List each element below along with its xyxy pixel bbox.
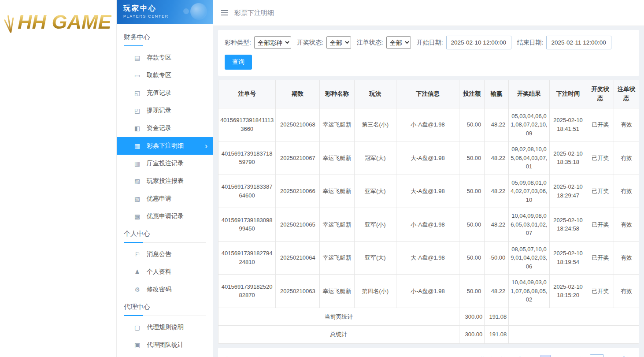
- summary-label: 当前页统计: [218, 308, 459, 326]
- sidebar-menu-item[interactable]: ▢ 代理规则说明 ›: [117, 319, 213, 336]
- end-date-input[interactable]: [546, 36, 611, 49]
- cell-bet-no: 401569173918411133660: [218, 108, 276, 141]
- cell-bet-info: 大-A盘@1.98: [396, 141, 459, 175]
- withdraw-icon: ▭: [133, 72, 141, 79]
- content-area: 彩种类型: 全部彩种 开奖状态: 全部 注单状态:: [213, 26, 644, 357]
- chevron-right-icon: ›: [205, 142, 207, 150]
- start-date-input[interactable]: [446, 36, 511, 49]
- sidebar-menu-item[interactable]: ▥ 厅室投注记录 ›: [117, 155, 213, 172]
- doc-icon: ▢: [133, 324, 141, 331]
- draw-status-label: 开奖状态:: [297, 39, 323, 47]
- summary-empty-cell: [509, 308, 639, 326]
- cell-draw-result: 05,09,08,01,04,02,07,03,06,10: [509, 175, 549, 208]
- menu-item-label: 代理团队统计: [147, 341, 207, 349]
- column-header: 期数: [276, 80, 320, 108]
- section-title-personal: 个人中心: [124, 230, 206, 243]
- cell-winloss: 48.22: [485, 141, 509, 175]
- bet-status-label: 注单状态:: [357, 39, 383, 47]
- cell-bet-amount: 50.00: [459, 275, 485, 308]
- cell-period: 20250210067: [276, 141, 320, 175]
- start-date-group: 开始日期:: [417, 36, 511, 49]
- cell-bet-no: 401569173918252082870: [218, 275, 276, 308]
- cell-bet-amount: 50.00: [459, 175, 485, 208]
- sidebar-menu-item[interactable]: ⚐ 消息公告 ›: [117, 245, 213, 263]
- sidebar-menu-item[interactable]: ▭ 取款专区 ›: [117, 67, 213, 84]
- summary-empty-cell: [509, 326, 639, 344]
- section-title-finance: 财务中心: [124, 33, 206, 46]
- column-header: 彩种名称: [320, 80, 354, 108]
- lottery-type-group: 彩种类型: 全部彩种: [225, 36, 291, 49]
- cell-draw-status: 已开奖: [587, 241, 614, 275]
- bet-status-select[interactable]: 全部: [386, 36, 411, 49]
- cell-period: 20250210065: [276, 208, 320, 242]
- summary-bet-amount: 300.00: [459, 326, 485, 344]
- page-jump-input[interactable]: [590, 354, 604, 357]
- menu-item-label: 代理规则说明: [147, 324, 207, 331]
- sidebar-header: 玩家中心 PLAYERS CENTER: [117, 0, 213, 24]
- column-header: 下注时间: [549, 80, 587, 108]
- cell-draw-status: 已开奖: [587, 175, 614, 208]
- column-header: 玩法: [354, 80, 396, 108]
- menu-item-label: 存款专区: [147, 54, 207, 62]
- summary-winloss: 191.08: [485, 326, 509, 344]
- bell-icon: ⚐: [133, 251, 141, 258]
- query-button[interactable]: 查询: [225, 55, 252, 70]
- draw-status-select[interactable]: 全部: [326, 36, 351, 49]
- screen: HH GAME 玩家中心 PLAYERS CENTER 财务中心 ▤ 存款专区 …: [0, 0, 644, 357]
- menu-item-label: 优惠申请: [147, 195, 207, 203]
- cell-bet-status: 有效: [614, 275, 639, 308]
- summary-body: 当前页统计 300.00 191.08 总统计 300.00 191.08: [218, 308, 639, 343]
- sidebar-nav: 财务中心 ▤ 存款专区 › ▭ 取款专区 ›: [117, 24, 213, 357]
- sidebar-menu-item[interactable]: ▩ 优惠申请记录 ›: [117, 208, 213, 225]
- cell-draw-result: 09,02,08,10,05,06,04,03,07,01: [509, 141, 549, 175]
- cell-draw-result: 10,04,09,03,01,07,06,08,05,02: [509, 275, 549, 308]
- cell-play-type: 亚军(大): [354, 241, 396, 275]
- menu-toggle-icon[interactable]: [221, 8, 228, 17]
- cell-play-type: 亚军(大): [354, 175, 396, 208]
- sidebar-menu-item[interactable]: ▣ 代理团队统计 ›: [117, 336, 213, 354]
- cell-bet-amount: 50.00: [459, 141, 485, 175]
- cell-bet-no: 401569173918338764600: [218, 175, 276, 208]
- cell-winloss: -50.00: [485, 241, 509, 275]
- cell-draw-result: 10,04,09,08,06,05,03,01,02,07: [509, 208, 549, 242]
- cell-draw-status: 已开奖: [587, 108, 614, 141]
- cell-draw-status: 已开奖: [587, 208, 614, 242]
- sidebar-menu-item[interactable]: ◧ 资金记录 ›: [117, 119, 213, 137]
- brand-logo[interactable]: HH GAME: [4, 11, 116, 33]
- cell-bet-no: 401569173918371859790: [218, 141, 276, 175]
- cell-winloss: 48.22: [485, 175, 509, 208]
- menu-list-personal: ⚐ 消息公告 › ♟ 个人资料 › ⚙ 修改密码 ›: [117, 245, 213, 298]
- cell-play-type: 第三名(小): [354, 108, 396, 141]
- menu-list-agent: ▢ 代理规则说明 › ▣ 代理团队统计 ›: [117, 319, 213, 354]
- cell-play-type: 第四名(小): [354, 275, 396, 308]
- summary-row: 当前页统计 300.00 191.08: [218, 308, 639, 326]
- lottery-type-select[interactable]: 全部彩种: [254, 36, 291, 49]
- funds-record-icon: ◧: [133, 125, 141, 132]
- sidebar-menu-item[interactable]: ⚙ 修改密码 ›: [117, 281, 213, 298]
- logo-text: HH GAME: [18, 11, 111, 33]
- sidebar-menu-item[interactable]: ▦ 彩票下注明细 ›: [117, 137, 213, 155]
- logo-pane: HH GAME: [0, 0, 116, 357]
- cell-period: 20250210066: [276, 175, 320, 208]
- table-body: 401569173918411133660 20250210068 幸运飞艇新 …: [218, 108, 639, 308]
- sidebar-menu-item[interactable]: ▤ 存款专区 ›: [117, 49, 213, 67]
- menu-item-label: 提现记录: [147, 107, 207, 115]
- cell-play-type: 冠军(大): [354, 141, 396, 175]
- cell-bet-status: 有效: [614, 241, 639, 275]
- sidebar-menu-item[interactable]: ♟ 个人资料 ›: [117, 263, 213, 281]
- sidebar-menu-item[interactable]: ◱ 充值记录 ›: [117, 84, 213, 102]
- cell-bet-no: 401569173918279424810: [218, 241, 276, 275]
- current-page-indicator[interactable]: 1: [540, 355, 551, 357]
- sidebar-menu-item[interactable]: ◰ 提现记录 ›: [117, 102, 213, 119]
- menu-item-label: 修改密码: [147, 286, 207, 294]
- cell-bet-status: 有效: [614, 175, 639, 208]
- cell-bet-amount: 50.00: [459, 241, 485, 275]
- pagination-bar: 每页显示20条 共6条 首页 上一页 1 下一页 第 页 跳转: [218, 348, 639, 357]
- table-header-row: 注单号期数彩种名称玩法下注信息投注额输赢开奖结果下注时间开奖状态注单状态: [218, 80, 639, 108]
- summary-winloss: 191.08: [485, 308, 509, 326]
- sidebar-menu-item[interactable]: ▨ 玩家投注报表 ›: [117, 172, 213, 190]
- cell-bet-no: 401569173918309899450: [218, 208, 276, 242]
- cell-bet-time: 2025-02-10 18:19:54: [549, 241, 587, 275]
- cell-lottery-name: 幸运飞艇新: [320, 108, 354, 141]
- sidebar-menu-item[interactable]: ▧ 优惠申请 ›: [117, 190, 213, 208]
